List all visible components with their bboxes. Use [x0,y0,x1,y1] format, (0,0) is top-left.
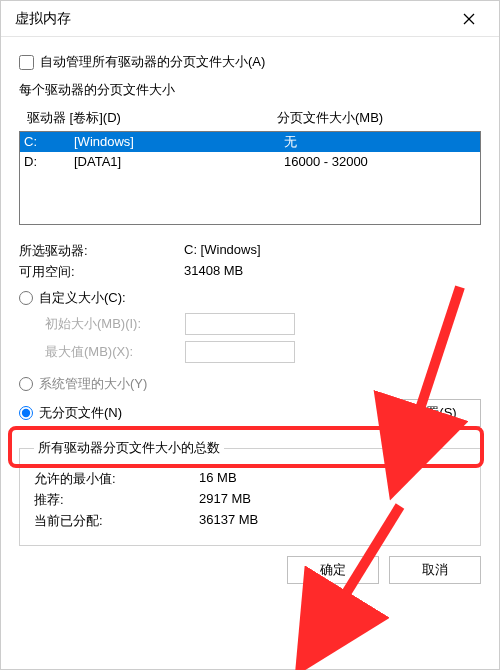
custom-size-radio-row[interactable]: 自定义大小(C): [19,289,481,307]
min-row: 允许的最小值: 16 MB [34,470,466,488]
totals-legend: 所有驱动器分页文件大小的总数 [34,439,224,457]
cur-label: 当前已分配: [34,512,199,530]
free-space-row: 可用空间: 31408 MB [19,263,481,281]
system-managed-label: 系统管理的大小(Y) [39,375,147,393]
dialog-title: 虚拟内存 [15,10,447,28]
no-pagefile-radio-row[interactable]: 无分页文件(N) [19,404,389,422]
close-icon [463,13,475,25]
free-space-label: 可用空间: [19,263,184,281]
per-drive-heading: 每个驱动器的分页文件大小 [19,81,481,99]
set-button[interactable]: 设置(S) [389,399,481,427]
drive-volume: [Windows] [74,133,284,151]
virtual-memory-dialog: 虚拟内存 自动管理所有驱动器的分页文件大小(A) 每个驱动器的分页文件大小 驱动… [0,0,500,670]
close-button[interactable] [447,5,491,33]
totals-group: 所有驱动器分页文件大小的总数 允许的最小值: 16 MB 推荐: 2917 MB… [19,439,481,546]
cur-row: 当前已分配: 36137 MB [34,512,466,530]
drive-pagefile: 无 [284,133,480,151]
max-size-row: 最大值(MB)(X): [45,341,481,363]
min-value: 16 MB [199,470,466,488]
custom-size-radio[interactable] [19,291,33,305]
system-managed-radio[interactable] [19,377,33,391]
drive-row[interactable]: D: [DATA1] 16000 - 32000 [20,152,480,172]
cur-value: 36137 MB [199,512,466,530]
drive-volume: [DATA1] [74,153,284,171]
system-managed-radio-row[interactable]: 系统管理的大小(Y) [19,375,481,393]
drive-list-header: 驱动器 [卷标](D) 分页文件大小(MB) [19,105,481,131]
drive-letter: D: [24,153,74,171]
auto-manage-checkbox[interactable] [19,55,34,70]
col-drive-label: 驱动器 [卷标](D) [27,109,277,127]
drive-letter: C: [24,133,74,151]
rec-label: 推荐: [34,491,199,509]
drive-list[interactable]: C: [Windows] 无 D: [DATA1] 16000 - 32000 [19,131,481,225]
custom-size-label: 自定义大小(C): [39,289,126,307]
cancel-button[interactable]: 取消 [389,556,481,584]
dialog-footer: 确定 取消 [19,556,481,588]
selected-drive-label: 所选驱动器: [19,242,184,260]
titlebar: 虚拟内存 [1,1,499,37]
no-pagefile-label: 无分页文件(N) [39,404,122,422]
no-pagefile-row: 无分页文件(N) 设置(S) [19,399,481,427]
dialog-content: 自动管理所有驱动器的分页文件大小(A) 每个驱动器的分页文件大小 驱动器 [卷标… [1,37,499,669]
free-space-value: 31408 MB [184,263,481,281]
initial-size-row: 初始大小(MB)(I): [45,313,481,335]
auto-manage-label: 自动管理所有驱动器的分页文件大小(A) [40,53,265,71]
max-size-label: 最大值(MB)(X): [45,343,185,361]
drive-row[interactable]: C: [Windows] 无 [20,132,480,152]
no-pagefile-radio[interactable] [19,406,33,420]
selected-drive-value: C: [Windows] [184,242,481,260]
auto-manage-checkbox-row[interactable]: 自动管理所有驱动器的分页文件大小(A) [19,53,481,71]
min-label: 允许的最小值: [34,470,199,488]
rec-row: 推荐: 2917 MB [34,491,466,509]
initial-size-label: 初始大小(MB)(I): [45,315,185,333]
max-size-input[interactable] [185,341,295,363]
col-pagefile-label: 分页文件大小(MB) [277,109,481,127]
drive-pagefile: 16000 - 32000 [284,153,480,171]
rec-value: 2917 MB [199,491,466,509]
selected-drive-row: 所选驱动器: C: [Windows] [19,242,481,260]
initial-size-input[interactable] [185,313,295,335]
ok-button[interactable]: 确定 [287,556,379,584]
